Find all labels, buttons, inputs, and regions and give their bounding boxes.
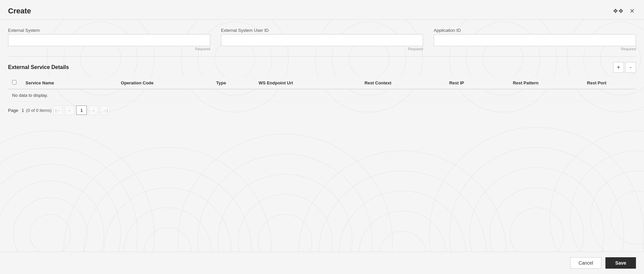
table-header-rest-port: Rest Port (583, 77, 636, 89)
table-header-row: Service Name Operation Code Type WS Endp… (8, 77, 636, 89)
external-system-input[interactable] (8, 34, 210, 46)
modal-title: Create (8, 7, 31, 15)
application-id-input[interactable] (434, 34, 636, 46)
table-header-rest-pattern: Rest Pattern (509, 77, 583, 89)
add-row-button[interactable]: + (613, 62, 624, 73)
no-data-row: No data to display. (8, 89, 636, 101)
section-actions: + - (613, 62, 636, 73)
application-id-label: Application ID (434, 28, 636, 33)
table-header-rest-ip: Rest IP (445, 77, 509, 89)
no-data-message: No data to display. (12, 87, 48, 100)
section-title: External Service Details (8, 64, 69, 70)
application-id-hint: Required (434, 47, 636, 51)
modal-body: External System Required External System… (0, 20, 644, 252)
external-system-field: External System Required (8, 28, 210, 51)
save-button[interactable]: Save (605, 257, 636, 269)
pagination-page-number-static: 1 (21, 108, 24, 113)
table-body: No data to display. (8, 89, 636, 101)
application-id-field: Application ID Required (434, 28, 636, 51)
modal-footer: Cancel Save (0, 252, 644, 274)
external-system-user-id-hint: Required (221, 47, 423, 51)
pagination-count: (0 of 0 items) (26, 108, 52, 113)
modal-header-actions: ❖❖ ✕ (611, 6, 636, 16)
close-button[interactable]: ✕ (628, 6, 636, 16)
table-header-operation-code: Operation Code (117, 77, 212, 89)
close-icon: ✕ (630, 7, 635, 15)
form-row: External System Required External System… (8, 28, 636, 51)
external-system-hint: Required (8, 47, 210, 51)
table-header-rest-context: Rest Context (361, 77, 445, 89)
cancel-button[interactable]: Cancel (570, 257, 602, 269)
expand-icon: ❖❖ (613, 7, 624, 15)
pagination-current-page[interactable] (76, 106, 87, 115)
section-header: External Service Details + - (8, 62, 636, 73)
table-header-type: Type (212, 77, 255, 89)
modal-header: Create ❖❖ ✕ (0, 0, 644, 20)
remove-row-button[interactable]: - (625, 62, 636, 73)
pagination-last-button[interactable]: →| (100, 106, 110, 115)
section-divider (8, 56, 636, 57)
pagination-next-button[interactable]: › (89, 106, 98, 115)
external-service-table: Service Name Operation Code Type WS Endp… (8, 77, 636, 101)
pagination-prev-button[interactable]: ‹ (65, 106, 74, 115)
external-system-user-id-field: External System User ID Required (221, 28, 423, 51)
expand-button[interactable]: ❖❖ (611, 6, 625, 16)
external-system-user-id-input[interactable] (221, 34, 423, 46)
table-header-ws-endpoint: WS Endpoint Url (255, 77, 361, 89)
pagination: Page 1 (0 of 0 items) |← ‹ › →| (8, 101, 636, 119)
external-system-label: External System (8, 28, 210, 33)
create-modal: Create ❖❖ ✕ External System Required Ext… (0, 0, 644, 274)
external-system-user-id-label: External System User ID (221, 28, 423, 33)
pagination-first-button[interactable]: |← (53, 106, 63, 115)
select-all-checkbox[interactable] (12, 80, 16, 84)
pagination-page-label: Page (8, 108, 18, 113)
